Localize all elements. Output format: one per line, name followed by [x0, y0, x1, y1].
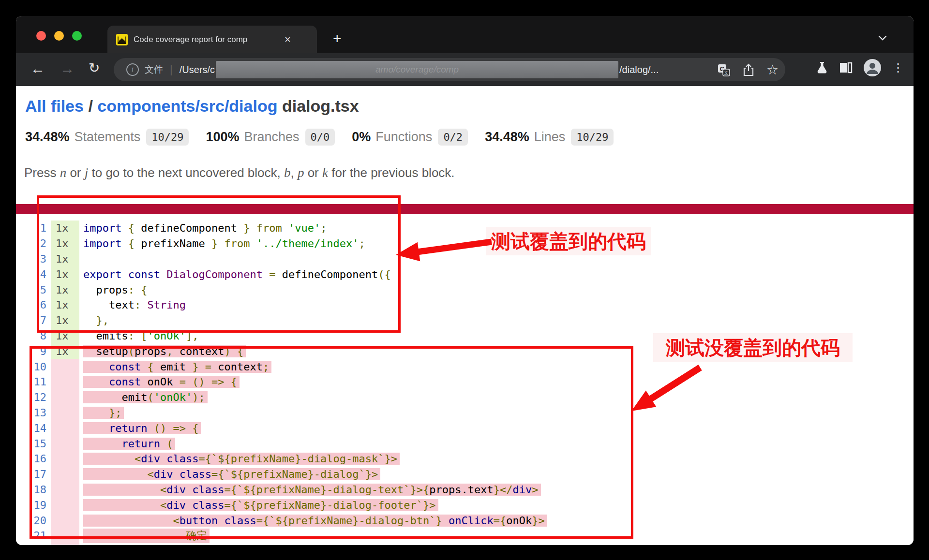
tab-title: Code coverage report for comp [134, 35, 284, 44]
coverage-stat: 0%Functions0/2 [352, 129, 468, 146]
coverage-stat: 34.48%Lines10/29 [485, 129, 614, 146]
url-redacted-region: amo/coverage/comp [216, 61, 618, 78]
coverage-stat: 34.48%Statements10/29 [25, 129, 189, 146]
tab-strip: Code coverage report for comp × + [16, 16, 914, 53]
stat-label: Functions [375, 130, 432, 145]
forward-button[interactable]: → [60, 59, 75, 78]
file-scheme-label: 文件 [145, 63, 163, 76]
traffic-light-minimize[interactable] [54, 31, 64, 41]
traffic-light-close[interactable] [36, 31, 46, 41]
stat-percentage: 0% [352, 130, 371, 145]
breadcrumb-current-file: dialog.tsx [277, 97, 359, 115]
covered-code-annotation-box [37, 195, 401, 333]
stat-fraction-badge: 10/29 [571, 129, 614, 146]
browser-toolbar: ← → ↻ i 文件 | /Users/c amo/coverage/comp … [16, 53, 914, 86]
keyboard-hint: Press n or j to go to the next uncovered… [24, 165, 455, 180]
breadcrumb-folder-link[interactable]: components/src/dialog [97, 97, 277, 115]
tab-search-chevron-icon[interactable] [878, 35, 887, 41]
covered-code-annotation-label: 测试覆盖到的代码 [486, 227, 651, 255]
stat-fraction-badge: 10/29 [146, 129, 189, 146]
uncovered-code-annotation-box [30, 346, 633, 539]
stat-percentage: 34.48% [485, 130, 529, 145]
translate-icon[interactable]: G 文 [717, 63, 731, 77]
share-icon[interactable] [742, 63, 755, 77]
browser-tab[interactable]: Code coverage report for comp × [107, 26, 317, 53]
tab-close-icon[interactable]: × [285, 34, 291, 45]
stat-label: Lines [534, 130, 566, 145]
browser-menu-icon[interactable]: ⋮ [892, 62, 904, 74]
side-panel-icon[interactable] [839, 61, 853, 74]
stat-percentage: 100% [206, 130, 239, 145]
profile-avatar[interactable] [863, 59, 882, 77]
back-button[interactable]: ← [30, 59, 45, 78]
reload-button[interactable]: ↻ [89, 59, 100, 77]
flask-extension-icon[interactable] [816, 61, 828, 74]
breadcrumb: All files / components/src/dialog dialog… [25, 97, 359, 116]
stat-percentage: 34.48% [25, 130, 70, 145]
new-tab-button[interactable]: + [333, 31, 342, 46]
bookmark-star-icon[interactable]: ☆ [766, 63, 779, 77]
traffic-light-zoom[interactable] [72, 31, 82, 41]
coverage-stats: 34.48%Statements10/29100%Branches0/00%Fu… [25, 129, 630, 146]
url-suffix: /dialog/... [619, 64, 659, 75]
url-prefix: /Users/c [180, 64, 215, 75]
address-bar[interactable]: i 文件 | /Users/c amo/coverage/comp /dialo… [114, 58, 785, 81]
uncovered-code-annotation-label: 测试没覆盖到的代码 [653, 333, 853, 362]
breadcrumb-all-files-link[interactable]: All files [25, 97, 84, 115]
execution-count [51, 544, 79, 545]
breadcrumb-separator: / [84, 97, 97, 115]
coverage-favicon-icon [116, 34, 128, 45]
stat-fraction-badge: 0/0 [305, 129, 335, 146]
svg-text:文: 文 [724, 71, 728, 75]
stat-label: Statements [75, 130, 141, 145]
url-separator: | [170, 63, 173, 76]
stat-fraction-badge: 0/2 [438, 129, 468, 146]
page-info-icon[interactable]: i [126, 63, 139, 76]
screenshot-root: Code coverage report for comp × + ← → ↻ … [0, 0, 929, 560]
code-text [83, 544, 143, 545]
code-line-row [16, 544, 914, 545]
stat-label: Branches [244, 130, 299, 145]
coverage-stat: 100%Branches0/0 [206, 129, 335, 146]
